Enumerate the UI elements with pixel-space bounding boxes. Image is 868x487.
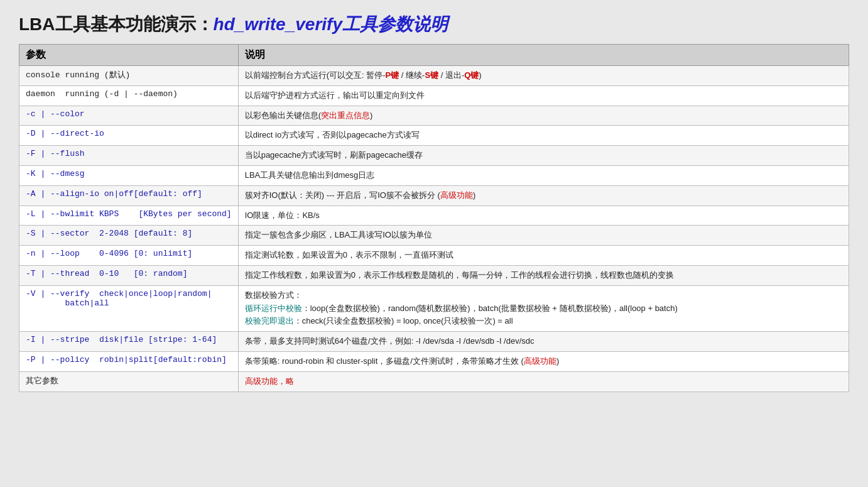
desc-cell: LBA工具关键信息输出到dmesg日志 [238, 165, 849, 185]
table-row: -F | --flush当以pagecache方式读写时，刷新pagecache… [19, 146, 849, 166]
desc-cell: 数据校验方式：循环运行中校验：loop(全盘数据校验)，random(随机数据校… [238, 285, 849, 331]
params-table: 参数 说明 console running (默认)以前端控制台方式运行(可以交… [19, 44, 849, 392]
desc-cell: 当以pagecache方式读写时，刷新pagecache缓存 [238, 146, 849, 166]
param-cell: -c | --color [19, 106, 239, 126]
param-cell: -V | --verify check|once|loop|random| ba… [19, 285, 239, 331]
table-row: -P | --policy robin|split[default:robin]… [19, 351, 849, 371]
table-header-row: 参数 说明 [19, 45, 849, 66]
col-desc: 说明 [238, 45, 849, 66]
param-cell: -D | --direct-io [19, 126, 239, 146]
desc-cell: 条带，最多支持同时测试64个磁盘/文件，例如: -I /dev/sda -I /… [238, 332, 849, 352]
desc-cell: 以彩色输出关键信息(突出重点信息) [238, 106, 849, 126]
table-row: -L | --bwlimit KBPS [KBytes per second]I… [19, 205, 849, 226]
table-row: -A | --align-io on|off[default: off]簇对齐I… [19, 185, 849, 205]
table-row: -V | --verify check|once|loop|random| ba… [19, 285, 849, 331]
param-cell: daemon running (-d | --daemon) [19, 85, 239, 106]
page-title: LBA工具基本功能演示：hd_write_verify工具参数说明 [19, 13, 849, 36]
table-row: console running (默认)以前端控制台方式运行(可以交互: 暂停-… [19, 66, 849, 86]
param-cell: -L | --bwlimit KBPS [KBytes per second] [19, 205, 239, 226]
param-cell: -T | --thread 0-10 [0: random] [19, 265, 239, 285]
desc-cell: 指定一簇包含多少扇区，LBA工具读写IO以簇为单位 [238, 226, 849, 246]
desc-cell: 以前端控制台方式运行(可以交互: 暂停-P键 / 继续-S键 / 退出-Q键) [238, 66, 849, 86]
desc-cell: IO限速，单位：KB/s [238, 205, 849, 226]
param-cell: console running (默认) [19, 66, 239, 86]
desc-cell: 高级功能，略 [238, 371, 849, 391]
table-row: -n | --loop 0-4096 [0: unlimit]指定测试轮数，如果… [19, 246, 849, 266]
param-cell: -A | --align-io on|off[default: off] [19, 185, 239, 205]
param-cell: -P | --policy robin|split[default:robin] [19, 351, 239, 371]
table-row: 其它参数高级功能，略 [19, 371, 849, 391]
col-param: 参数 [19, 45, 239, 66]
param-cell: -K | --dmesg [19, 165, 239, 185]
table-row: -c | --color以彩色输出关键信息(突出重点信息) [19, 106, 849, 126]
title-blue: hd_write_verify工具参数说明 [214, 14, 448, 34]
desc-cell: 指定测试轮数，如果设置为0，表示不限制，一直循环测试 [238, 246, 849, 266]
desc-cell: 指定工作线程数，如果设置为0，表示工作线程数是随机的，每隔一分钟，工作的线程会进… [238, 265, 849, 285]
desc-cell: 簇对齐IO(默认：关闭) --- 开启后，写IO簇不会被拆分 (高级功能) [238, 185, 849, 205]
param-cell: 其它参数 [19, 371, 239, 391]
param-cell: -F | --flush [19, 146, 239, 166]
table-row: -S | --sector 2-2048 [default: 8]指定一簇包含多… [19, 226, 849, 246]
desc-cell: 条带策略: round-robin 和 cluster-split，多磁盘/文件… [238, 351, 849, 371]
table-row: -T | --thread 0-10 [0: random]指定工作线程数，如果… [19, 265, 849, 285]
param-cell: -I | --stripe disk|file [stripe: 1-64] [19, 332, 239, 352]
table-row: daemon running (-d | --daemon)以后端守护进程方式运… [19, 85, 849, 106]
table-row: -D | --direct-io以direct io方式读写，否则以pageca… [19, 126, 849, 146]
title-prefix: LBA工具基本功能演示： [19, 14, 214, 34]
param-cell: -n | --loop 0-4096 [0: unlimit] [19, 246, 239, 266]
desc-cell: 以后端守护进程方式运行，输出可以重定向到文件 [238, 85, 849, 106]
desc-cell: 以direct io方式读写，否则以pagecache方式读写 [238, 126, 849, 146]
table-row: -I | --stripe disk|file [stripe: 1-64]条带… [19, 332, 849, 352]
table-row: -K | --dmesgLBA工具关键信息输出到dmesg日志 [19, 165, 849, 185]
param-cell: -S | --sector 2-2048 [default: 8] [19, 226, 239, 246]
